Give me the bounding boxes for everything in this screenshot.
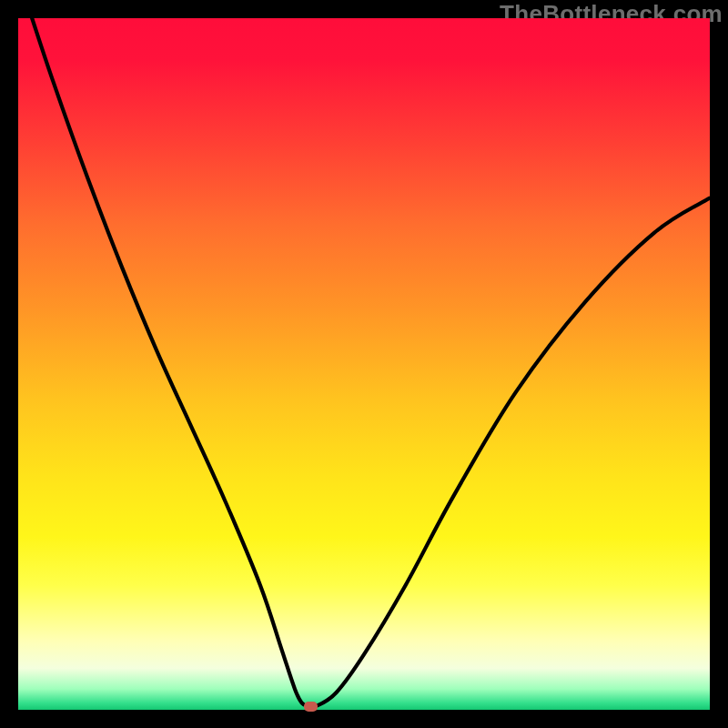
plot-area bbox=[18, 18, 710, 710]
bottleneck-curve-path bbox=[32, 18, 710, 708]
curve-svg bbox=[18, 18, 710, 710]
minimum-marker bbox=[304, 702, 318, 712]
chart-frame: TheBottleneck.com bbox=[0, 0, 728, 728]
